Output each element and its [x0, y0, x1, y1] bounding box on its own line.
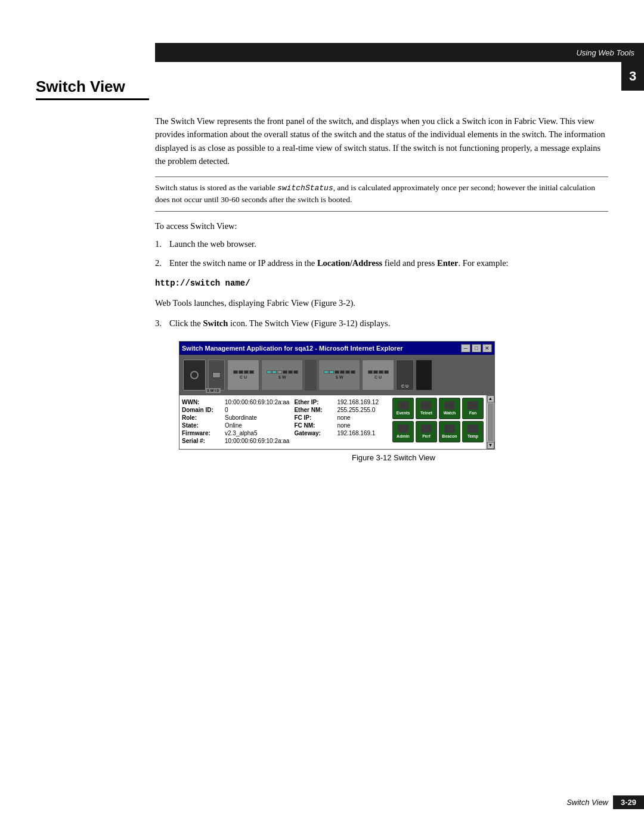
- telnet-icon: [421, 401, 432, 410]
- firmware-value: v2.3_alpha5: [225, 430, 258, 436]
- port-15: [345, 370, 350, 374]
- watch-label: Watch: [444, 411, 456, 415]
- perf-icon: [421, 425, 432, 433]
- scrollbar-thumb[interactable]: [488, 403, 494, 441]
- sw-ports-2: [324, 370, 355, 374]
- info-row-etherip: Ether IP: 192.168.169.12: [294, 399, 388, 405]
- note-mono: switchStatus: [277, 184, 333, 193]
- perf-button[interactable]: Perf: [416, 421, 437, 442]
- step-1-num: 1.: [155, 237, 162, 250]
- telnet-button[interactable]: Telnet: [416, 398, 437, 419]
- info-row-fcnm: FC NM: none: [294, 422, 388, 429]
- sw-label-1: S W: [278, 375, 286, 379]
- maximize-button[interactable]: □: [472, 344, 481, 352]
- fan-label: Fan: [469, 411, 476, 415]
- close-button[interactable]: ✕: [482, 344, 492, 352]
- chapter-tab: 3: [621, 62, 644, 91]
- port-7: [277, 370, 282, 374]
- step-2-num: 2.: [155, 256, 162, 270]
- minimize-button[interactable]: ─: [461, 344, 470, 352]
- step-list: 1. Launch the web browser. 2. Enter the …: [155, 237, 608, 270]
- watch-icon: [444, 401, 455, 410]
- port-3: [244, 370, 249, 374]
- step-2-bold-1: Location/Address: [317, 258, 382, 268]
- footer-inner: Switch View 3-29: [36, 795, 644, 809]
- port-groups: C U: [227, 360, 491, 391]
- footer-page-box: 3-29: [613, 795, 644, 809]
- cu-ports-2: [368, 370, 389, 374]
- cu-label-1: C U: [240, 375, 247, 379]
- info-row-state: State: Online: [182, 422, 289, 429]
- role-label: Role:: [182, 414, 225, 421]
- port-9: [288, 370, 293, 374]
- admin-label: Admin: [397, 434, 410, 438]
- port-14: [340, 370, 345, 374]
- right-column: The Switch View represents the front pan…: [155, 114, 608, 470]
- cu-end-label: C U: [401, 384, 408, 388]
- switch-hardware-panel: C U: [179, 355, 494, 395]
- screenshot-container: Switch Management Application for sqa12 …: [155, 341, 608, 462]
- wwn-label: WWN:: [182, 399, 225, 405]
- port-8: [283, 370, 287, 374]
- scroll-up-arrow[interactable]: ▲: [487, 395, 494, 402]
- info-row-wwn: WWN: 10:00:00:60:69:10:2a:aa: [182, 399, 289, 405]
- module-sw-1: S W: [261, 360, 303, 391]
- step-list-3: 3. Click the Switch icon. The Switch Vie…: [155, 317, 608, 330]
- beacon-label: Beacon: [442, 434, 457, 438]
- footer-text: Switch View: [566, 798, 608, 807]
- port-10: [293, 370, 298, 374]
- watch-button[interactable]: Watch: [439, 398, 460, 419]
- two-col-layout: The Switch View represents the front pan…: [36, 114, 608, 470]
- step-2-bold-2: Enter: [437, 258, 458, 268]
- screenshot-frame: Switch Management Application for sqa12 …: [179, 341, 495, 450]
- scrollbar[interactable]: ▲ ▼: [486, 395, 494, 449]
- module-cu-2: C U: [362, 360, 394, 391]
- note-text-before: Switch status is stored as the variable: [155, 183, 277, 192]
- role-value: Subordinate: [225, 414, 257, 421]
- info-section: WWN: 10:00:00:60:69:10:2a:aa Domain ID: …: [179, 395, 494, 449]
- power-unit: [183, 360, 206, 391]
- info-row-serial: Serial #: 10:00:00:60:69:10:2a:aa: [182, 438, 289, 444]
- module-cu-1: C U: [227, 360, 259, 391]
- beacon-button[interactable]: Beacon: [439, 421, 460, 442]
- fcip-value: none: [337, 414, 350, 421]
- module-sw-2: S W: [318, 360, 360, 391]
- events-button[interactable]: Events: [392, 398, 414, 419]
- step-2-text: Enter the switch name or IP address in t…: [169, 258, 509, 268]
- wwn-value: 10:00:00:60:69:10:2a:aa: [225, 399, 289, 405]
- note-box: Switch status is stored as the variable …: [155, 176, 608, 212]
- gateway-label: Gateway:: [294, 430, 337, 436]
- scroll-down-arrow[interactable]: ▼: [487, 442, 494, 449]
- port-4: [249, 370, 254, 374]
- temp-label: Temp: [467, 434, 478, 438]
- admin-button[interactable]: Admin: [392, 421, 414, 442]
- window-controls[interactable]: ─ □ ✕: [461, 344, 492, 352]
- panel-gap: [305, 360, 317, 391]
- header-bar-text: Using Web Tools: [576, 48, 634, 57]
- telnet-label: Telnet: [420, 411, 432, 415]
- serial-label: Serial #:: [182, 438, 225, 444]
- gateway-value: 192.168.169.1: [337, 430, 375, 436]
- port-12: [329, 370, 334, 374]
- main-content: Switch View The Switch View represents t…: [36, 78, 608, 470]
- left-column: [36, 114, 155, 470]
- domain-label: Domain ID:: [182, 407, 225, 413]
- port-6: [272, 370, 277, 374]
- steps-intro: To access Switch View:: [155, 221, 608, 231]
- perf-label: Perf: [422, 434, 431, 438]
- figure-caption: Figure 3-12 Switch View: [179, 453, 608, 462]
- step-3-bold: Switch: [203, 318, 228, 328]
- chapter-number: 3: [629, 69, 636, 84]
- temp-icon: [467, 425, 478, 433]
- fan-button[interactable]: Fan: [462, 398, 484, 419]
- right-info-table: Ether IP: 192.168.169.12 Ether NM: 255.2…: [292, 395, 390, 449]
- port-17: [368, 370, 373, 374]
- power-icon: [190, 371, 199, 379]
- note-text: Switch status is stored as the variable …: [155, 182, 608, 206]
- info-row-gateway: Gateway: 192.168.169.1: [294, 430, 388, 436]
- code-block: http://switch name/: [155, 278, 608, 288]
- port-18: [373, 370, 378, 374]
- temp-button[interactable]: Temp: [462, 421, 484, 442]
- step-1: 1. Launch the web browser.: [155, 237, 608, 250]
- window-title-text: Switch Management Application for sqa12 …: [182, 345, 403, 352]
